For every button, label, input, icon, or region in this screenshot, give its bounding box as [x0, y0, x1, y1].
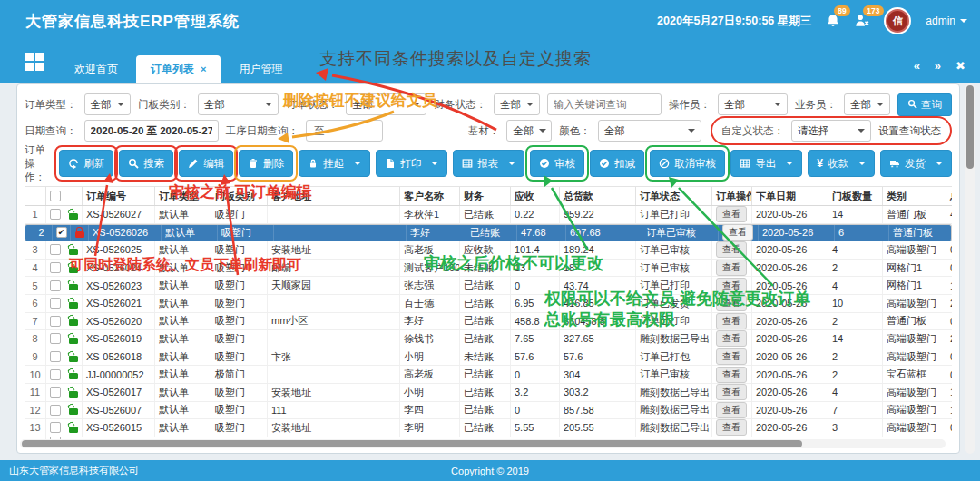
table-row[interactable]: 11XS-0526017默认单吸塑门安装地址小明已结账3.2303.2雕刻数据已…: [24, 384, 952, 402]
table-row[interactable]: 5XS-0526023默认单吸塑门天顺家园张志强已结账043.74订单已打印查看…: [24, 277, 952, 295]
row-checkbox[interactable]: [50, 316, 61, 327]
view-button[interactable]: 查看: [716, 330, 747, 347]
table-row[interactable]: 7XS-0526020默认单吸塑门mm小区李好已结账458.8360458.8订…: [24, 313, 952, 331]
horizontal-scrollbar-thumb[interactable]: [22, 440, 802, 447]
row-checkbox[interactable]: [50, 262, 61, 273]
notifications-button[interactable]: 89: [826, 14, 840, 28]
view-button[interactable]: 查看: [722, 225, 753, 241]
row-checkbox[interactable]: [50, 351, 61, 362]
lock-open-icon: [69, 391, 78, 398]
user-menu[interactable]: admin: [926, 15, 967, 27]
toolbar-button-删除[interactable]: 删除: [239, 150, 293, 177]
tab-用户管理[interactable]: 用户管理: [224, 55, 297, 83]
lock-open-icon: [69, 213, 78, 220]
table-row[interactable]: 2XS-0526026默认单吸塑门李好已结账47.68697.68订单已审核查看…: [24, 224, 952, 242]
toolbar-button-取消审核[interactable]: 取消审核: [650, 150, 725, 177]
chevron-down-icon: [960, 19, 967, 23]
keyword-search-input[interactable]: [547, 93, 662, 115]
row-checkbox[interactable]: [50, 280, 61, 291]
view-button[interactable]: 查看: [716, 206, 747, 222]
row-checkbox[interactable]: [50, 369, 61, 380]
custom-status-select[interactable]: 请选择: [791, 120, 871, 142]
collapse-left-icon[interactable]: «: [914, 60, 920, 73]
table-row[interactable]: 10JJ-00000052默认单极简门高老板已结账0304订单已审核查看2020…: [24, 366, 952, 384]
close-icon[interactable]: ×: [201, 55, 206, 83]
row-checkbox[interactable]: [50, 333, 61, 344]
view-button[interactable]: 查看: [716, 367, 747, 383]
view-button[interactable]: 查看: [716, 402, 747, 418]
chevron-down-icon: [413, 103, 420, 106]
process-date-range-input[interactable]: 至: [306, 120, 383, 142]
toolbar-button-刷新[interactable]: 刷新: [59, 150, 113, 177]
vertical-scrollbar[interactable]: [965, 83, 975, 454]
table-icon: [462, 158, 473, 169]
toolbar-button-扣减[interactable]: 扣减: [590, 150, 644, 177]
table-row[interactable]: 9XS-0526018默认单吸塑门卞张小明未结账57.657.6订单已打包查看2…: [24, 348, 952, 367]
view-button[interactable]: 查看: [716, 295, 747, 311]
color-select[interactable]: 全部: [598, 120, 701, 142]
order-status-select[interactable]: 全部: [346, 93, 427, 115]
select-all-checkbox[interactable]: [50, 191, 61, 201]
toolbar-button-导出[interactable]: 导出: [730, 150, 802, 177]
column-header-门板类别: 门板类别: [211, 187, 268, 205]
table-row[interactable]: 1XS-0526027默认单吸塑门李秋萍1已结账0.22959.22订单已打印查…: [24, 206, 952, 224]
row-checkbox[interactable]: [56, 227, 67, 238]
refresh-icon: [68, 158, 79, 169]
search-icon: [907, 99, 917, 111]
fullscreen-icon[interactable]: ✖: [956, 60, 965, 73]
tabbar: 欢迎首页订单列表×用户管理 «»✖: [0, 42, 980, 83]
operator-select[interactable]: 全部: [718, 93, 788, 115]
table-row[interactable]: 6XS-0526021默认单吸塑门百士德已结账6.95416.85订单已发货查看…: [24, 295, 952, 313]
table-row[interactable]: 3XS-0526025默认单吸塑门安装地址高老板应收款101.4189.24订单…: [24, 241, 952, 260]
toolbar-button-挂起[interactable]: 挂起: [299, 150, 370, 177]
row-checkbox[interactable]: [50, 244, 61, 255]
app-title: 大管家信息科技ERP管理系统: [25, 11, 240, 32]
toolbar-button-编辑[interactable]: 编辑: [179, 150, 233, 177]
row-checkbox[interactable]: [50, 422, 61, 433]
row-checkbox[interactable]: [50, 387, 61, 398]
set-query-status-link[interactable]: 设置查询状态: [878, 124, 941, 138]
messages-button[interactable]: 173: [855, 14, 869, 28]
menu-grid-icon[interactable]: [25, 53, 44, 71]
panel-type-select[interactable]: 全部: [198, 93, 279, 115]
date-range-input[interactable]: [84, 120, 219, 142]
row-checkbox[interactable]: [50, 209, 61, 220]
order-type-select[interactable]: 全部: [84, 93, 132, 115]
salesman-label: 业务员：: [795, 98, 837, 112]
tab-订单列表[interactable]: 订单列表×: [136, 55, 220, 83]
view-button[interactable]: 查看: [716, 313, 747, 329]
view-button[interactable]: 查看: [716, 278, 747, 294]
finance-status-label: 财务状态：: [434, 98, 486, 112]
vertical-scrollbar-thumb[interactable]: [966, 85, 974, 169]
table-row[interactable]: 4XS-0526024默认单吸塑门邮编测试客户100未结账1318订单已审核查看…: [24, 260, 952, 278]
view-button[interactable]: 查看: [716, 348, 747, 365]
view-button[interactable]: 查看: [716, 260, 747, 276]
toolbar-button-收款[interactable]: ¥收款: [808, 150, 875, 177]
view-button[interactable]: 查看: [716, 384, 747, 400]
view-button[interactable]: 查看: [716, 241, 747, 258]
toolbar-button-打印[interactable]: 打印: [376, 150, 447, 177]
salesman-select[interactable]: 全部: [844, 93, 890, 115]
chevron-down-icon: [858, 129, 865, 133]
order-actions-toolbar: 订单操作： 刷新搜索编辑删除挂起打印报表审核扣减取消审核导出¥收款发货: [24, 146, 952, 181]
horizontal-scrollbar[interactable]: [20, 439, 946, 448]
row-checkbox[interactable]: [50, 298, 61, 309]
finance-status-select[interactable]: 全部: [494, 93, 540, 115]
view-button[interactable]: 查看: [716, 419, 747, 436]
toolbar-button-报表[interactable]: 报表: [453, 150, 524, 177]
check-icon: [539, 158, 550, 169]
substrate-select[interactable]: 全部: [506, 120, 552, 142]
avatar[interactable]: 信: [884, 7, 911, 34]
query-button[interactable]: 查询: [897, 93, 952, 116]
row-checkbox[interactable]: [50, 405, 61, 416]
table-row[interactable]: 13XS-0526015默认单吸塑门安装地址李明已结账5.55205.55雕刻数…: [24, 419, 952, 437]
toolbar-button-审核[interactable]: 审核: [530, 150, 584, 177]
table-row[interactable]: 12XS-0526007默认单吸塑门111李四已结账0857.58雕刻数据已导出…: [24, 402, 952, 420]
tab-欢迎首页[interactable]: 欢迎首页: [60, 55, 132, 83]
collapse-right-icon[interactable]: »: [935, 60, 941, 73]
chevron-down-icon: [431, 162, 438, 165]
toolbar-button-发货[interactable]: 发货: [880, 150, 952, 177]
toolbar-button-搜索[interactable]: 搜索: [119, 150, 173, 177]
column-header-订单状态: 订单状态: [636, 187, 712, 205]
table-row[interactable]: 8XS-0526019默认单吸塑门徐钱书已结账7.65327.65雕刻数据已导出…: [24, 330, 952, 348]
